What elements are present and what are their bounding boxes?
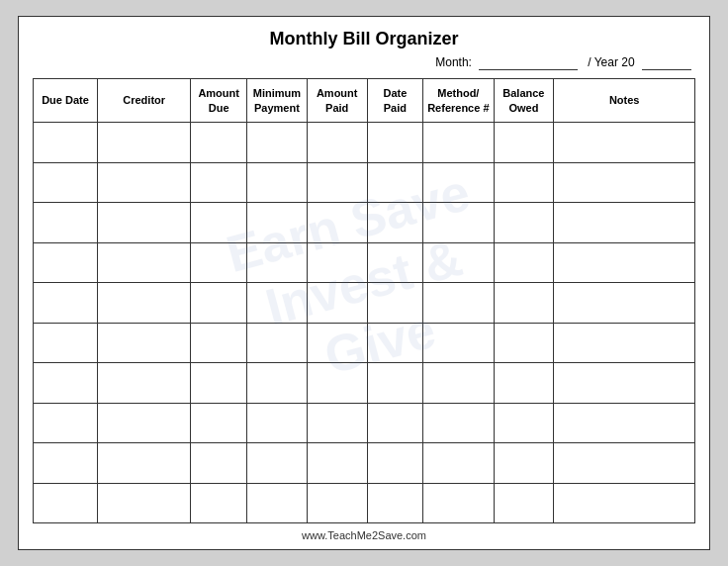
- table-cell[interactable]: [307, 483, 367, 523]
- table-cell[interactable]: [246, 203, 307, 243]
- table-cell[interactable]: [98, 283, 191, 324]
- table-cell[interactable]: [554, 162, 695, 203]
- table-cell[interactable]: [191, 443, 247, 484]
- table-cell[interactable]: [307, 403, 367, 443]
- table-cell[interactable]: [34, 203, 98, 243]
- table-cell[interactable]: [191, 363, 247, 404]
- table-cell[interactable]: [98, 443, 191, 484]
- table-cell[interactable]: [98, 403, 191, 443]
- table-cell[interactable]: [554, 363, 695, 404]
- table-cell[interactable]: [246, 403, 307, 443]
- table-cell[interactable]: [98, 363, 191, 404]
- table-cell[interactable]: [367, 403, 423, 443]
- table-cell[interactable]: [494, 283, 554, 324]
- col-header-amount-due: AmountDue: [191, 79, 247, 123]
- table-cell[interactable]: [494, 323, 554, 363]
- table-cell[interactable]: [554, 283, 695, 324]
- table-cell[interactable]: [494, 443, 554, 484]
- table-cell[interactable]: [246, 242, 307, 283]
- table-cell[interactable]: [246, 123, 307, 163]
- table-row: [34, 323, 695, 363]
- table-cell[interactable]: [554, 403, 695, 443]
- table-cell[interactable]: [98, 123, 191, 163]
- table-body: [34, 123, 695, 523]
- table-cell[interactable]: [307, 123, 367, 163]
- table-cell[interactable]: [367, 443, 423, 484]
- table-cell[interactable]: [34, 403, 98, 443]
- table-cell[interactable]: [423, 123, 494, 163]
- table-cell[interactable]: [367, 483, 423, 523]
- table-cell[interactable]: [246, 283, 307, 324]
- table-cell[interactable]: [191, 203, 247, 243]
- table-cell[interactable]: [307, 323, 367, 363]
- table-cell[interactable]: [423, 403, 494, 443]
- table-cell[interactable]: [246, 483, 307, 523]
- table-cell[interactable]: [34, 363, 98, 404]
- table-cell[interactable]: [367, 123, 423, 163]
- table-cell[interactable]: [367, 162, 423, 203]
- table-cell[interactable]: [307, 283, 367, 324]
- table-cell[interactable]: [423, 443, 494, 484]
- table-cell[interactable]: [34, 283, 98, 324]
- table-cell[interactable]: [307, 162, 367, 203]
- table-cell[interactable]: [34, 483, 98, 523]
- table-cell[interactable]: [191, 403, 247, 443]
- table-cell[interactable]: [423, 323, 494, 363]
- table-cell[interactable]: [554, 443, 695, 484]
- table-cell[interactable]: [554, 242, 695, 283]
- table-cell[interactable]: [34, 242, 98, 283]
- table-cell[interactable]: [98, 162, 191, 203]
- table-cell[interactable]: [423, 283, 494, 324]
- table-cell[interactable]: [246, 162, 307, 203]
- table-cell[interactable]: [191, 323, 247, 363]
- table-row: [34, 283, 695, 324]
- table-cell[interactable]: [246, 363, 307, 404]
- table-cell[interactable]: [494, 242, 554, 283]
- table-cell[interactable]: [307, 242, 367, 283]
- table-cell[interactable]: [423, 363, 494, 404]
- table-cell[interactable]: [307, 363, 367, 404]
- table-cell[interactable]: [367, 323, 423, 363]
- table-cell[interactable]: [191, 483, 247, 523]
- table-cell[interactable]: [494, 363, 554, 404]
- table-cell[interactable]: [98, 323, 191, 363]
- table-cell[interactable]: [307, 203, 367, 243]
- table-cell[interactable]: [423, 242, 494, 283]
- table-cell[interactable]: [554, 203, 695, 243]
- table-cell[interactable]: [367, 283, 423, 324]
- table-row: [34, 363, 695, 404]
- table-cell[interactable]: [423, 483, 494, 523]
- table-cell[interactable]: [423, 162, 494, 203]
- table-cell[interactable]: [98, 242, 191, 283]
- table-cell[interactable]: [34, 443, 98, 484]
- header-row: Due Date Creditor AmountDue MinimumPayme…: [34, 79, 695, 123]
- table-cell[interactable]: [34, 323, 98, 363]
- table-cell[interactable]: [191, 242, 247, 283]
- table-cell[interactable]: [191, 283, 247, 324]
- table-cell[interactable]: [423, 203, 494, 243]
- table-cell[interactable]: [34, 162, 98, 203]
- page: Monthly Bill Organizer Month: / Year 20 …: [18, 16, 710, 550]
- page-title: Monthly Bill Organizer: [33, 29, 695, 49]
- table-cell[interactable]: [367, 363, 423, 404]
- table-cell[interactable]: [494, 203, 554, 243]
- table-cell[interactable]: [494, 483, 554, 523]
- table-cell[interactable]: [191, 123, 247, 163]
- table-cell[interactable]: [98, 483, 191, 523]
- table-cell[interactable]: [494, 162, 554, 203]
- col-header-notes: Notes: [554, 79, 695, 123]
- table-cell[interactable]: [554, 123, 695, 163]
- table-cell[interactable]: [554, 323, 695, 363]
- table-cell[interactable]: [554, 483, 695, 523]
- table-cell[interactable]: [494, 123, 554, 163]
- table-cell[interactable]: [246, 443, 307, 484]
- table-cell[interactable]: [367, 203, 423, 243]
- table-cell[interactable]: [494, 403, 554, 443]
- table-cell[interactable]: [307, 443, 367, 484]
- table-cell[interactable]: [191, 162, 247, 203]
- table-cell[interactable]: [34, 123, 98, 163]
- table-cell[interactable]: [246, 323, 307, 363]
- table-cell[interactable]: [98, 203, 191, 243]
- table-cell[interactable]: [367, 242, 423, 283]
- month-input-line: [479, 55, 578, 70]
